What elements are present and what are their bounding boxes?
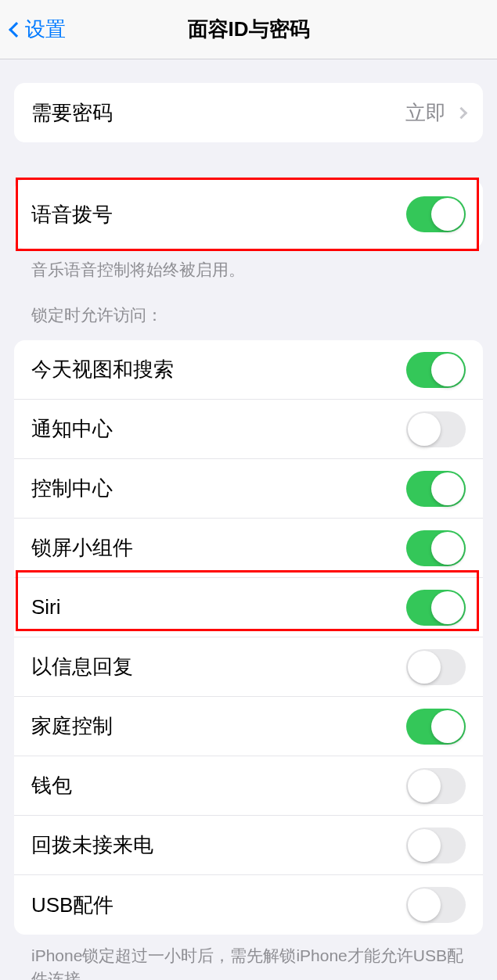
- value-text: 立即: [405, 99, 446, 127]
- row-label: 控制中心: [31, 475, 113, 502]
- back-button[interactable]: 设置: [6, 16, 66, 43]
- row-label: 需要密码: [31, 99, 113, 127]
- header-lock-access: 锁定时允许访问：: [14, 304, 483, 334]
- row-lock-item: 家庭控制: [14, 697, 483, 756]
- row-label: USB配件: [31, 892, 113, 919]
- row-voice-dial: 语音拨号: [14, 180, 483, 249]
- row-lock-item: 今天视图和搜索: [14, 340, 483, 400]
- row-label: 以信息回复: [31, 653, 133, 680]
- row-lock-item: 锁屏小组件: [14, 519, 483, 578]
- navigation-bar: 设置 面容ID与密码: [0, 0, 497, 59]
- toggle-knob: [408, 888, 441, 921]
- toggle-knob: [408, 413, 441, 446]
- group-require-passcode: 需要密码 立即: [14, 83, 483, 142]
- toggle-knob: [431, 532, 464, 565]
- toggle-lock-item[interactable]: [406, 768, 466, 804]
- row-lock-item: 控制中心: [14, 459, 483, 519]
- toggle-lock-item[interactable]: [406, 352, 466, 388]
- toggle-knob: [431, 198, 464, 231]
- row-label: 通知中心: [31, 415, 113, 443]
- row-lock-item: USB配件: [14, 875, 483, 935]
- row-lock-item: 以信息回复: [14, 637, 483, 697]
- row-label: 钱包: [31, 772, 72, 799]
- row-require-passcode[interactable]: 需要密码 立即: [14, 83, 483, 142]
- toggle-lock-item[interactable]: [406, 530, 466, 566]
- row-lock-item: Siri: [14, 578, 483, 637]
- toggle-knob: [408, 651, 441, 684]
- toggle-knob: [431, 472, 464, 505]
- toggle-voice-dial[interactable]: [406, 196, 466, 232]
- row-lock-item: 通知中心: [14, 400, 483, 459]
- chevron-right-icon: [456, 106, 468, 119]
- toggle-knob: [431, 591, 464, 624]
- back-label: 设置: [25, 16, 66, 43]
- toggle-lock-item[interactable]: [406, 411, 466, 447]
- toggle-knob: [431, 354, 464, 386]
- toggle-knob: [431, 710, 464, 743]
- chevron-left-icon: [9, 22, 24, 38]
- row-lock-item: 回拨未接来电: [14, 816, 483, 875]
- footer-lock-access: iPhone锁定超过一小时后，需先解锁iPhone才能允许USB配件连接。: [14, 935, 483, 980]
- row-label: Siri: [31, 595, 61, 619]
- group-voice-dial: 语音拨号: [14, 180, 483, 249]
- footer-voice-dial: 音乐语音控制将始终被启用。: [14, 249, 483, 281]
- toggle-lock-item[interactable]: [406, 590, 466, 626]
- row-label: 锁屏小组件: [31, 534, 133, 562]
- toggle-lock-item[interactable]: [406, 471, 466, 507]
- toggle-lock-item[interactable]: [406, 649, 466, 685]
- toggle-knob: [408, 770, 441, 802]
- toggle-lock-item[interactable]: [406, 709, 466, 745]
- row-label: 今天视图和搜索: [31, 356, 174, 383]
- row-label: 家庭控制: [31, 713, 113, 740]
- toggle-knob: [408, 829, 441, 862]
- row-label: 回拨未接来电: [31, 831, 153, 859]
- row-lock-item: 钱包: [14, 756, 483, 816]
- row-value: 立即: [405, 99, 466, 127]
- toggle-lock-item[interactable]: [406, 887, 466, 923]
- toggle-lock-item[interactable]: [406, 827, 466, 863]
- row-label: 语音拨号: [31, 201, 113, 228]
- page-title: 面容ID与密码: [0, 16, 497, 43]
- group-lock-access: 今天视图和搜索通知中心控制中心锁屏小组件Siri以信息回复家庭控制钱包回拨未接来…: [14, 340, 483, 935]
